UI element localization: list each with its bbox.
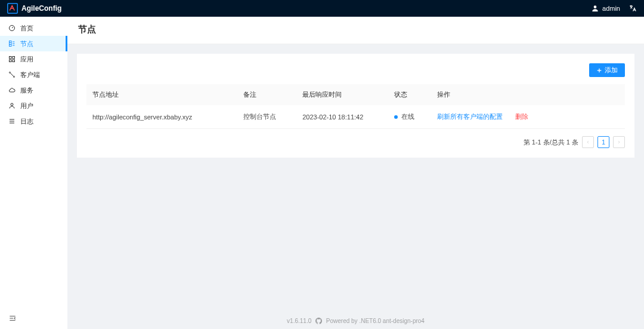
svg-rect-9 xyxy=(10,57,12,59)
apps-icon xyxy=(8,56,16,63)
sidebar-item-clients[interactable]: 客户端 xyxy=(0,67,67,82)
cell-remark: 控制台节点 xyxy=(237,105,296,129)
footer-version: v1.6.11.0 xyxy=(287,318,311,324)
username: admin xyxy=(602,5,620,12)
pagination-summary: 第 1-1 条/总共 1 条 xyxy=(524,138,578,147)
logo-icon xyxy=(7,3,18,14)
sidebar-item-label: 节点 xyxy=(20,39,33,48)
sidebar-collapse-button[interactable] xyxy=(8,315,17,324)
brand-name: AgileConfig xyxy=(21,4,61,13)
dashboard-icon xyxy=(8,24,16,32)
footer: v1.6.11.0 Powered by .NET6.0 ant-design-… xyxy=(67,318,644,325)
col-action: 操作 xyxy=(431,84,625,105)
list-icon xyxy=(8,118,16,125)
chevron-right-icon xyxy=(617,140,621,144)
top-header: AgileConfig admin xyxy=(0,0,644,17)
col-address: 节点地址 xyxy=(86,84,237,105)
cell-address: http://agileconfig_server.xbaby.xyz xyxy=(86,105,237,129)
sidebar-item-logs[interactable]: 日志 xyxy=(0,113,67,129)
pagination-page-1[interactable]: 1 xyxy=(597,136,609,148)
sidebar-item-label: 应用 xyxy=(20,55,33,64)
status-dot-icon xyxy=(394,115,398,119)
sidebar-item-label: 日志 xyxy=(20,117,33,126)
add-button-label: 添加 xyxy=(605,66,618,75)
svg-rect-3 xyxy=(10,41,12,47)
svg-rect-11 xyxy=(10,60,12,62)
pagination: 第 1-1 条/总共 1 条 1 xyxy=(86,136,625,148)
svg-point-14 xyxy=(14,76,15,78)
toolbar: 添加 xyxy=(86,63,625,77)
cloud-icon xyxy=(8,87,16,94)
main-card: 添加 节点地址 备注 最后响应时间 状态 操作 xyxy=(77,54,634,158)
github-icon[interactable] xyxy=(315,318,322,325)
content: 节点 添加 节点地址 备注 最后响应时间 状态 xyxy=(67,17,644,329)
chevron-left-icon xyxy=(586,140,590,144)
svg-rect-10 xyxy=(13,57,15,59)
svg-point-15 xyxy=(11,103,13,106)
delete-link[interactable]: 删除 xyxy=(515,113,528,120)
sidebar-item-label: 客户端 xyxy=(20,70,40,79)
sidebar-item-users[interactable]: 用户 xyxy=(0,98,67,113)
status-text: 在线 xyxy=(401,113,414,120)
language-switch[interactable] xyxy=(628,4,637,13)
header-right: admin xyxy=(591,4,637,13)
col-last-echo: 最后响应时间 xyxy=(296,84,388,105)
page-title: 节点 xyxy=(78,24,633,35)
pagination-prev[interactable] xyxy=(582,136,594,148)
sidebar-item-label: 首页 xyxy=(20,24,33,33)
nodes-icon xyxy=(8,40,16,47)
cell-last-echo: 2023-02-10 18:11:42 xyxy=(296,105,388,129)
footer-powered: Powered by .NET6.0 ant-design-pro4 xyxy=(326,318,425,324)
header-left: AgileConfig xyxy=(7,3,61,14)
col-status: 状态 xyxy=(388,84,431,105)
pagination-next[interactable] xyxy=(613,136,625,148)
user-icon xyxy=(8,102,16,109)
table-row: http://agileconfig_server.xbaby.xyz 控制台节… xyxy=(86,105,625,129)
cell-status: 在线 xyxy=(388,105,431,129)
clients-icon xyxy=(8,71,16,78)
svg-point-1 xyxy=(594,5,597,8)
table-header-row: 节点地址 备注 最后响应时间 状态 操作 xyxy=(86,84,625,105)
sidebar-menu: 首页 节点 应用 客户端 服务 用户 xyxy=(0,17,67,129)
refresh-config-link[interactable]: 刷新所有客户端的配置 xyxy=(437,113,503,120)
svg-rect-12 xyxy=(13,60,15,62)
sidebar-item-label: 用户 xyxy=(20,102,33,110)
sidebar-item-nodes[interactable]: 节点 xyxy=(0,36,67,51)
plus-icon xyxy=(596,67,602,73)
user-icon xyxy=(591,4,599,13)
page-header: 节点 xyxy=(67,17,644,44)
sidebar-item-services[interactable]: 服务 xyxy=(0,82,67,98)
nodes-table: 节点地址 备注 最后响应时间 状态 操作 http://agileconfig_… xyxy=(86,84,625,129)
sidebar: 首页 节点 应用 客户端 服务 用户 xyxy=(0,17,67,329)
sidebar-item-home[interactable]: 首页 xyxy=(0,20,67,36)
sidebar-item-label: 服务 xyxy=(20,86,33,95)
sidebar-item-apps[interactable]: 应用 xyxy=(0,51,67,67)
col-remark: 备注 xyxy=(237,84,296,105)
svg-point-13 xyxy=(10,72,11,73)
user-menu[interactable]: admin xyxy=(591,4,620,13)
cell-action: 刷新所有客户端的配置 删除 xyxy=(431,105,625,129)
add-button[interactable]: 添加 xyxy=(589,63,625,77)
